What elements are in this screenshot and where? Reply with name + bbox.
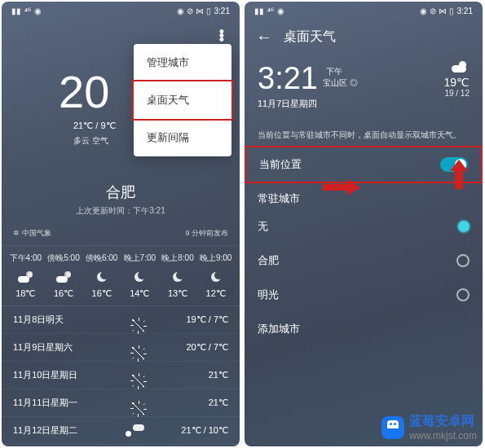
watermark-logo-icon	[381, 416, 404, 439]
daily-item[interactable]: 11月11日星期一 21℃	[2, 389, 240, 417]
publish-time-label: 9 分钟前发布	[185, 228, 228, 239]
helper-note: 当前位置与常驻城市不同时，桌面自动显示双城市天气。	[245, 121, 483, 147]
status-bar: ▮▮ ⁴⁶ ◉ ◉ ⊘ ⋈ ▯ 3:21	[2, 2, 240, 20]
row-label: 常驻城市	[258, 191, 300, 206]
moon-icon	[97, 272, 107, 282]
daily-forecast: 11月8日明天 19℃ / 7℃ 11月9日星期六 20℃ / 7℃ 11月10…	[2, 305, 240, 445]
daily-item[interactable]: 11月9日星期六 20℃ / 7℃	[2, 334, 240, 362]
row-mingguang[interactable]: 明光	[245, 278, 483, 312]
network-label: ⁴⁶	[267, 7, 274, 15]
status-time: 3:21	[214, 7, 230, 15]
row-label: 添加城市	[258, 322, 300, 336]
row-label: 明光	[258, 288, 279, 302]
current-location-switch[interactable]	[440, 157, 468, 172]
moon-icon	[211, 272, 221, 282]
overflow-menu-popup: 管理城市 桌面天气 更新间隔	[134, 44, 231, 156]
row-label: 无	[258, 219, 268, 234]
daily-item[interactable]: 11月12日星期二 21℃ / 10℃	[2, 417, 240, 445]
source-label: ✲ 中国气象	[13, 228, 51, 239]
menu-item-update-interval[interactable]: 更新间隔	[134, 119, 231, 156]
back-button[interactable]: ←	[256, 28, 272, 46]
status-extras: ◉ ⊘ ⋈ ▯	[177, 7, 210, 15]
moon-icon	[134, 272, 144, 282]
radio-none[interactable]	[458, 221, 470, 232]
wifi-icon: ◉	[34, 7, 42, 15]
hourly-item: 下午4:00 18℃	[7, 253, 45, 299]
menu-item-desktop-weather[interactable]: 桌面天气	[132, 80, 233, 121]
radio-hefei[interactable]	[456, 254, 470, 267]
status-extras: ◉ ⊘ ⋈ ▯	[420, 7, 453, 15]
signal-icon: ▮▮	[254, 7, 264, 15]
watermark-text: 蓝莓安卓网	[409, 413, 477, 430]
network-label: ⁴⁶	[24, 7, 31, 15]
hourly-item: 晚上8:00 13℃	[159, 253, 197, 299]
phone-left-weather-app: ▮▮ ⁴⁶ ◉ ◉ ⊘ ⋈ ▯ 3:21 ••• 20 21℃ / 9℃ 多云 …	[2, 2, 240, 446]
cloud-night-icon	[18, 271, 33, 283]
hourly-item: 晚上9:00 12℃	[196, 253, 235, 299]
daily-item[interactable]: 11月8日明天 19℃ / 7℃	[2, 306, 240, 334]
daily-item[interactable]: 11月10日星期日 21℃	[2, 362, 240, 389]
date-label: 11月7日星期四	[258, 98, 358, 110]
hourly-forecast[interactable]: 下午4:00 18℃ 傍晚5:00 16℃ 傍晚6:00 16℃ 晚上7:00 …	[2, 246, 240, 305]
ampm-label: 下午	[326, 66, 358, 77]
hourly-item: 傍晚6:00 16℃	[82, 253, 121, 299]
condition-label: 多云 空气	[73, 135, 108, 147]
location-label: 宝山区	[323, 78, 347, 87]
moon-icon	[173, 272, 183, 282]
row-resident-city-header: 常驻城市	[245, 182, 483, 209]
page-title: 桌面天气	[284, 29, 336, 46]
row-hefei[interactable]: 合肥	[245, 244, 483, 278]
signal-icon: ▮▮	[11, 7, 21, 15]
hourly-item: 晚上7:00 14℃	[121, 253, 159, 299]
widget-time: 3:21	[258, 61, 318, 96]
status-bar: ▮▮ ⁴⁶ ◉ ◉ ⊘ ⋈ ▯ 3:21	[245, 2, 483, 20]
last-update-label: 上次更新时间：下午3:21	[2, 205, 240, 217]
temperature-range: 21℃ / 9℃	[73, 121, 116, 131]
radio-mingguang[interactable]	[456, 288, 470, 301]
row-none[interactable]: 无	[245, 209, 483, 244]
row-label: 当前位置	[259, 157, 302, 172]
hourly-item: 傍晚5:00 16℃	[45, 253, 83, 299]
row-add-city[interactable]: 添加城市	[245, 312, 483, 346]
row-current-location[interactable]: 当前位置	[245, 146, 483, 183]
widget-temp-range: 19 / 12	[443, 89, 470, 98]
row-label: 合肥	[258, 253, 279, 268]
widget-current-temp: 19℃	[443, 76, 470, 89]
watermark-site: www.mkjst.com	[409, 430, 477, 441]
watermark: 蓝莓安卓网 www.mkjst.com	[381, 413, 477, 441]
wifi-icon: ◉	[277, 7, 284, 15]
cloud-icon	[452, 61, 470, 72]
status-time: 3:21	[457, 7, 473, 15]
phone-right-desktop-weather-settings: ▮▮ ⁴⁶ ◉ ◉ ⊘ ⋈ ▯ 3:21 ← 桌面天气 3:21 下午 宝山区 …	[245, 2, 483, 446]
cloud-night-icon	[56, 271, 71, 283]
menu-item-manage-city[interactable]: 管理城市	[134, 44, 231, 81]
current-temperature: 20	[59, 65, 109, 118]
overflow-menu-button[interactable]: •••	[214, 29, 230, 42]
city-name: 合肥	[2, 182, 240, 202]
